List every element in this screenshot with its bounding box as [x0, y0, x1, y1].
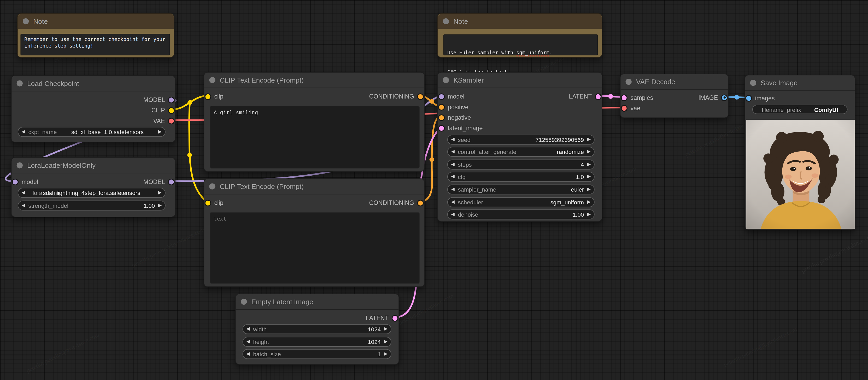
- port-dot-latent[interactable]: [622, 95, 627, 100]
- note-text[interactable]: Use Euler sampler with sgm_uniform. CFG …: [443, 34, 598, 55]
- increment-arrow-icon[interactable]: ▶: [587, 212, 591, 217]
- port-in-model[interactable]: model: [439, 92, 468, 100]
- node-load-checkpoint[interactable]: Load Checkpoint MODEL CLIP VAE ◀ ckpt_na…: [11, 75, 176, 142]
- widget-sampler-name[interactable]: ◀ sampler_name euler ▶: [447, 184, 595, 195]
- port-dot-clip[interactable]: [205, 94, 210, 99]
- port-dot-model[interactable]: [169, 97, 174, 102]
- increment-arrow-icon[interactable]: ▶: [158, 129, 162, 134]
- node-header[interactable]: KSampler: [438, 72, 602, 88]
- decrement-arrow-icon[interactable]: ◀: [22, 191, 25, 195]
- increment-arrow-icon[interactable]: ▶: [587, 149, 591, 154]
- decrement-arrow-icon[interactable]: ◀: [451, 175, 455, 179]
- decrement-arrow-icon[interactable]: ◀: [451, 187, 455, 192]
- collapse-dot-icon[interactable]: [23, 18, 29, 24]
- port-in-negative[interactable]: negative: [439, 114, 475, 121]
- port-out-model[interactable]: MODEL: [140, 96, 174, 104]
- node-note-2[interactable]: Note Use Euler sampler with sgm_uniform.…: [437, 13, 602, 58]
- decrement-arrow-icon[interactable]: ◀: [22, 203, 25, 208]
- widget-strength-model[interactable]: ◀ strength_model 1.00 ▶: [18, 201, 165, 210]
- increment-arrow-icon[interactable]: ▶: [587, 175, 591, 179]
- collapse-dot-icon[interactable]: [209, 183, 215, 189]
- collapse-dot-icon[interactable]: [443, 18, 449, 24]
- port-dot-model[interactable]: [439, 94, 444, 99]
- node-header[interactable]: VAE Decode: [620, 74, 728, 90]
- decrement-arrow-icon[interactable]: ◀: [246, 327, 250, 331]
- port-out-latent[interactable]: LATENT: [565, 92, 600, 100]
- node-clip-text-encode-negative[interactable]: CLIP Text Encode (Prompt) clip CONDITION…: [204, 178, 425, 287]
- node-empty-latent-image[interactable]: Empty Latent Image LATENT ◀ width 1024 ▶…: [235, 294, 399, 364]
- node-header[interactable]: Note: [438, 14, 602, 29]
- collapse-dot-icon[interactable]: [443, 77, 449, 83]
- decrement-arrow-icon[interactable]: ◀: [246, 340, 250, 344]
- port-out-image[interactable]: IMAGE: [694, 93, 727, 101]
- port-in-positive[interactable]: positive: [439, 103, 472, 111]
- port-out-model[interactable]: MODEL: [140, 178, 174, 185]
- node-clip-text-encode-positive[interactable]: CLIP Text Encode (Prompt) clip CONDITION…: [204, 72, 425, 172]
- collapse-dot-icon[interactable]: [750, 80, 756, 86]
- port-dot-latent[interactable]: [393, 316, 398, 320]
- port-dot-clip[interactable]: [205, 200, 210, 205]
- port-dot-image[interactable]: [722, 95, 727, 100]
- decrement-arrow-icon[interactable]: ◀: [451, 212, 455, 217]
- port-out-conditioning[interactable]: CONDITIONING: [365, 199, 423, 207]
- widget-steps[interactable]: ◀ steps 4 ▶: [447, 160, 595, 170]
- port-dot-latent[interactable]: [439, 125, 444, 130]
- increment-arrow-icon[interactable]: ▶: [587, 162, 591, 167]
- increment-arrow-icon[interactable]: ▶: [384, 340, 388, 344]
- prompt-textarea[interactable]: [210, 212, 420, 284]
- prompt-textarea[interactable]: A girl smiling: [210, 106, 420, 169]
- widget-lora-name[interactable]: ◀ lora_name sdxl_lightning_4step_lora.sa…: [18, 188, 165, 198]
- increment-arrow-icon[interactable]: ▶: [587, 200, 591, 204]
- increment-arrow-icon[interactable]: ▶: [384, 327, 388, 331]
- increment-arrow-icon[interactable]: ▶: [158, 191, 162, 195]
- collapse-dot-icon[interactable]: [241, 299, 247, 305]
- increment-arrow-icon[interactable]: ▶: [158, 203, 162, 208]
- widget-filename-prefix[interactable]: filename_prefix ComfyUI: [752, 105, 848, 114]
- decrement-arrow-icon[interactable]: ◀: [246, 352, 250, 356]
- port-out-clip[interactable]: CLIP: [148, 106, 174, 114]
- node-vae-decode[interactable]: VAE Decode samples vae IMAGE: [620, 74, 728, 118]
- port-out-latent[interactable]: LATENT: [362, 314, 398, 322]
- graph-canvas[interactable]: peterlin peterlin@bytedance.com peterlin…: [0, 0, 868, 380]
- port-dot-model[interactable]: [169, 179, 174, 184]
- widget-seed[interactable]: ◀ seed 712589392390569 ▶: [447, 135, 595, 145]
- node-ksampler[interactable]: KSampler model positive negative latent_…: [437, 72, 602, 222]
- node-header[interactable]: Empty Latent Image: [236, 294, 399, 310]
- node-header[interactable]: CLIP Text Encode (Prompt): [204, 179, 424, 195]
- increment-arrow-icon[interactable]: ▶: [384, 352, 388, 356]
- port-in-samples[interactable]: samples: [622, 93, 657, 101]
- node-header[interactable]: Note: [18, 14, 174, 29]
- port-dot-model[interactable]: [13, 179, 18, 184]
- note-text[interactable]: Remember to use the correct checkpoint f…: [20, 34, 170, 55]
- collapse-dot-icon[interactable]: [17, 80, 23, 86]
- port-in-model[interactable]: model: [13, 178, 42, 185]
- widget-ckpt-name[interactable]: ◀ ckpt_name sd_xl_base_1.0.safetensors ▶: [18, 127, 165, 137]
- port-dot-image[interactable]: [746, 96, 751, 100]
- decrement-arrow-icon[interactable]: ◀: [451, 162, 455, 167]
- node-header[interactable]: Save Image: [745, 75, 855, 91]
- collapse-dot-icon[interactable]: [625, 79, 631, 85]
- increment-arrow-icon[interactable]: ▶: [587, 187, 591, 192]
- port-dot-conditioning[interactable]: [418, 200, 423, 205]
- port-dot-vae[interactable]: [169, 118, 174, 123]
- widget-height[interactable]: ◀ height 1024 ▶: [243, 337, 392, 347]
- widget-cfg[interactable]: ◀ cfg 1.0 ▶: [447, 172, 595, 182]
- port-dot-latent[interactable]: [596, 94, 600, 99]
- node-header[interactable]: Load Checkpoint: [12, 76, 175, 91]
- port-dot-conditioning[interactable]: [439, 105, 444, 110]
- collapse-dot-icon[interactable]: [17, 162, 23, 168]
- node-save-image[interactable]: Save Image images filename_prefix ComfyU…: [744, 75, 855, 230]
- port-dot-clip[interactable]: [169, 108, 174, 113]
- decrement-arrow-icon[interactable]: ◀: [451, 149, 455, 154]
- port-in-latent-image[interactable]: latent_image: [439, 124, 487, 132]
- widget-scheduler[interactable]: ◀ scheduler sgm_uniform ▶: [447, 197, 595, 207]
- port-out-vae[interactable]: VAE: [149, 117, 174, 125]
- node-header[interactable]: CLIP Text Encode (Prompt): [204, 72, 424, 88]
- node-note-1[interactable]: Note Remember to use the correct checkpo…: [17, 13, 175, 58]
- decrement-arrow-icon[interactable]: ◀: [22, 129, 25, 134]
- port-out-conditioning[interactable]: CONDITIONING: [365, 92, 423, 100]
- port-in-vae[interactable]: vae: [622, 104, 644, 112]
- widget-control-after-generate[interactable]: ◀ control_after_generate randomize ▶: [447, 147, 595, 157]
- widget-denoise[interactable]: ◀ denoise 1.00 ▶: [447, 209, 595, 219]
- port-in-clip[interactable]: clip: [205, 199, 227, 207]
